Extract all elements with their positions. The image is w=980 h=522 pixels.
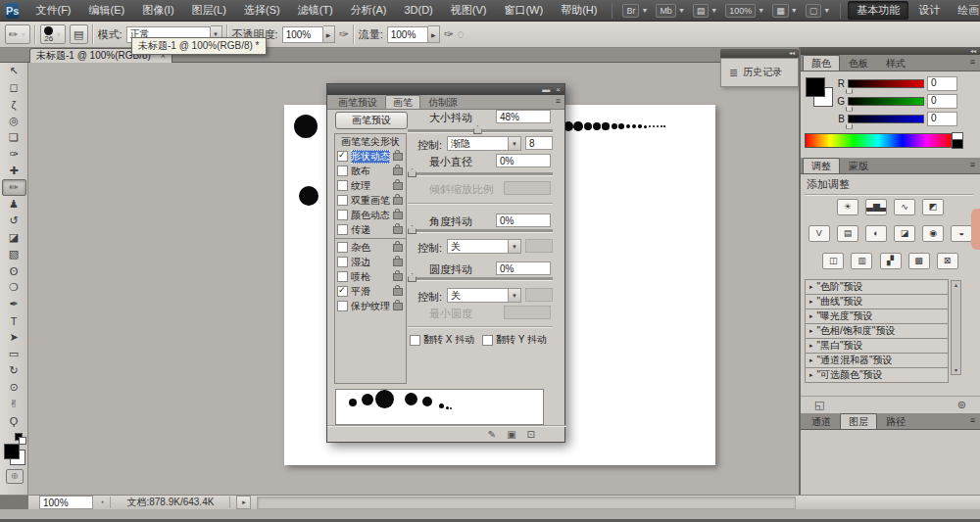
flip-y-checkbox[interactable] [482,335,493,346]
size-jitter-input[interactable]: 48% [496,110,551,123]
opacity-input[interactable]: 100% [282,26,323,43]
brush-option-row[interactable]: 形状动态 [335,149,406,164]
presets-scrollbar[interactable]: ▴ ▾ [951,280,961,375]
brush-option-row[interactable]: 湿边 [335,255,406,269]
black-ramp-swatch[interactable] [952,139,963,149]
panel-minimize-button[interactable]: ▬ [542,85,550,95]
menu-item[interactable]: 编辑(E) [80,0,134,21]
dialog-tab[interactable]: 仿制源 [420,95,466,109]
posterize-icon[interactable]: ▥ [851,253,872,269]
lock-icon[interactable] [393,244,403,252]
view-extras-button[interactable]: ▤▼ [693,4,717,18]
dialog-tab[interactable]: 画笔 [385,95,420,109]
brush-tool[interactable]: ✏ [2,179,26,196]
menu-item[interactable]: 3D(D) [395,0,441,21]
quick-mask-button[interactable]: ◎ [6,469,24,484]
eraser-tool[interactable]: ◪ [2,229,26,246]
option-checkbox[interactable] [337,301,348,311]
brush-option-row[interactable]: 散布 [335,164,406,178]
screen-mode-button[interactable]: ▢▼ [806,4,830,18]
panel-menu-icon[interactable]: ≡ [970,57,975,67]
lock-icon[interactable] [393,259,403,266]
history-brush-tool[interactable]: ↺ [2,213,26,229]
menu-item[interactable]: 滤镜(T) [289,0,342,21]
brush-option-row[interactable]: 颜色动态 [335,208,406,222]
quick-selection-tool[interactable]: ◎ [2,113,26,129]
angle-control-select[interactable]: 关 ▼ [447,239,521,254]
pen-pressure-flow-icon[interactable]: ✑ [444,27,454,41]
panel-menu-icon[interactable]: ≡ [970,160,975,169]
move-tool[interactable]: ↖ [2,63,26,79]
scroll-down-icon[interactable]: ▾ [955,366,957,374]
menu-item[interactable]: 选择(S) [235,0,289,21]
chevron-down-icon[interactable]: ▶ [323,25,335,43]
brush-presets-button[interactable]: 画笔预设 [335,112,408,129]
channel-value-input[interactable]: 0 [927,94,957,109]
status-menu-arrow[interactable]: ▸ [236,496,251,509]
3d-orbit-tool[interactable]: ⊙ [2,379,26,396]
hand-tool[interactable]: ✌ [2,396,26,412]
option-checkbox[interactable] [337,195,348,206]
flow-input[interactable]: 100% [387,26,428,43]
3d-rotate-tool[interactable]: ↻ [2,362,26,379]
threshold-icon[interactable]: ▞ [880,253,902,269]
option-checkbox[interactable] [337,242,348,253]
panel-menu-icon[interactable]: ≡ [556,96,561,106]
preset-row[interactable]: "曝光度"预设 [805,308,949,324]
curves-icon[interactable]: ∿ [894,199,915,215]
slider-thumb[interactable] [846,122,853,129]
option-checkbox[interactable] [337,210,348,220]
menu-item[interactable]: 文件(F) [26,0,79,21]
preset-row[interactable]: "黑白"预设 [805,338,949,354]
brush-tip-shape-item[interactable]: 画笔笔尖形状 [335,134,406,149]
fade-steps-input[interactable]: 8 [525,136,553,150]
lasso-tool[interactable]: ζ [2,96,26,113]
menu-item[interactable]: 图像(I) [133,0,182,21]
lock-icon[interactable] [393,273,403,281]
angle-jitter-input[interactable]: 0% [496,214,551,227]
eyedropper-tool[interactable]: ✑ [2,146,26,163]
preset-row[interactable]: "色阶"预设 [805,279,949,295]
mini-bridge-button[interactable]: Mb▼ [656,4,684,18]
marquee-tool[interactable]: ◻ [2,79,26,96]
path-selection-tool[interactable]: ➤ [2,329,26,346]
brush-option-row[interactable]: 喷枪 [335,269,406,284]
vibrance-icon[interactable]: V [808,225,830,242]
menu-item[interactable]: 帮助(H) [552,0,606,21]
flip-x-checkbox-row[interactable]: 翻转 X 抖动 [410,333,474,347]
panel-menu-icon[interactable]: ≡ [970,415,975,425]
brush-option-row[interactable]: 杂色 [335,240,406,255]
channel-mixer-icon[interactable]: ◒ [951,225,972,242]
slider-thumb[interactable] [408,168,416,177]
roundness-jitter-slider[interactable] [408,277,553,280]
option-checkbox[interactable] [337,271,348,282]
new-brush-button[interactable]: ▣ [507,429,515,440]
lock-icon[interactable] [393,197,403,205]
flip-y-checkbox-row[interactable]: 翻转 Y 抖动 [482,333,547,347]
channel-slider[interactable] [848,97,924,106]
option-checkbox[interactable] [337,286,348,297]
menu-item[interactable]: 图层(L) [183,0,235,21]
lock-icon[interactable] [393,303,403,310]
selective-color-icon[interactable]: ⊠ [937,253,958,269]
panel-tab[interactable]: 颜色 [803,55,840,71]
photo-filter-icon[interactable]: ◉ [922,225,944,242]
crop-tool[interactable]: ❏ [2,129,26,146]
arrange-documents-button[interactable]: ▦▼ [772,4,797,18]
status-scroll-track[interactable] [257,497,796,509]
option-checkbox[interactable] [337,166,348,176]
preset-row[interactable]: "曲线"预设 [805,294,949,309]
option-checkbox[interactable] [337,257,348,267]
bridge-button[interactable]: Br▼ [622,4,648,18]
foreground-color-swatch[interactable] [4,444,20,459]
slider-thumb[interactable] [846,105,853,112]
delete-brush-button[interactable]: ⊡ [527,429,535,440]
roundness-control-select[interactable]: 关 ▼ [447,288,521,303]
roundness-jitter-input[interactable]: 0% [496,261,551,275]
panel-tab[interactable]: 蒙版 [840,158,877,173]
collapse-to-icons-bar[interactable]: ◂◂ [801,47,980,55]
menu-item[interactable]: 视图(V) [442,0,496,21]
lock-icon[interactable] [393,212,403,219]
panel-tab[interactable]: 图层 [840,413,877,429]
exposure-icon[interactable]: ◩ [922,199,944,215]
